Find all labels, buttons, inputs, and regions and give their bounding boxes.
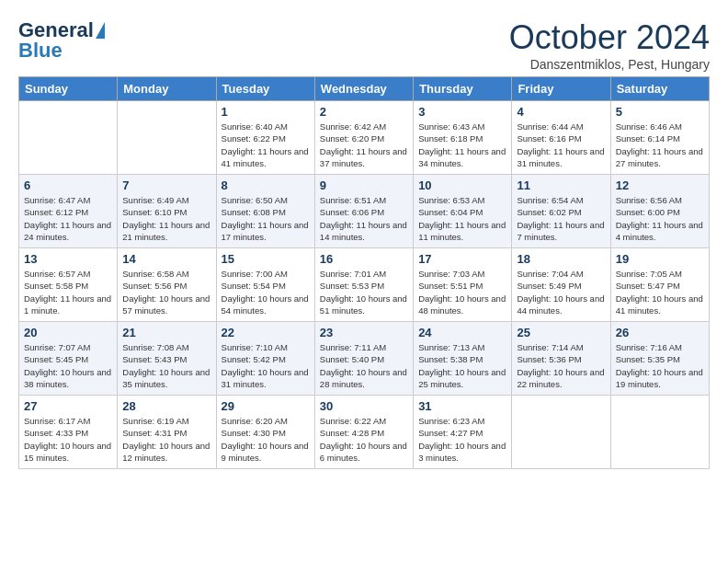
day-info: Sunrise: 6:43 AM Sunset: 6:18 PM Dayligh… bbox=[418, 121, 506, 169]
day-number: 10 bbox=[418, 178, 506, 192]
day-number: 3 bbox=[418, 105, 506, 119]
day-number: 8 bbox=[222, 178, 310, 192]
day-number: 21 bbox=[122, 326, 210, 339]
logo-triangle-icon bbox=[96, 22, 105, 39]
calendar-cell: 25Sunrise: 7:14 AM Sunset: 5:36 PM Dayli… bbox=[512, 322, 610, 396]
day-number: 17 bbox=[418, 252, 506, 266]
day-number: 2 bbox=[320, 105, 408, 119]
col-wednesday: Wednesday bbox=[314, 77, 413, 101]
calendar-cell: 1Sunrise: 6:40 AM Sunset: 6:22 PM Daylig… bbox=[216, 101, 314, 175]
calendar-cell: 22Sunrise: 7:10 AM Sunset: 5:42 PM Dayli… bbox=[216, 322, 314, 396]
day-number: 4 bbox=[517, 105, 605, 119]
calendar-cell: 27Sunrise: 6:17 AM Sunset: 4:33 PM Dayli… bbox=[19, 396, 118, 469]
day-number: 25 bbox=[517, 326, 605, 339]
day-info: Sunrise: 7:05 AM Sunset: 5:47 PM Dayligh… bbox=[616, 268, 704, 316]
day-info: Sunrise: 6:47 AM Sunset: 6:12 PM Dayligh… bbox=[24, 194, 112, 243]
col-thursday: Thursday bbox=[414, 77, 512, 101]
day-number: 7 bbox=[122, 178, 210, 192]
day-info: Sunrise: 7:07 AM Sunset: 5:45 PM Dayligh… bbox=[24, 341, 112, 390]
calendar-cell: 15Sunrise: 7:00 AM Sunset: 5:54 PM Dayli… bbox=[216, 248, 314, 322]
day-info: Sunrise: 7:14 AM Sunset: 5:36 PM Dayligh… bbox=[517, 341, 605, 390]
day-number: 26 bbox=[616, 326, 704, 339]
calendar-cell bbox=[610, 396, 709, 469]
day-info: Sunrise: 6:57 AM Sunset: 5:58 PM Dayligh… bbox=[24, 268, 112, 316]
col-saturday: Saturday bbox=[610, 77, 709, 101]
logo-blue: Blue bbox=[18, 39, 63, 63]
day-number: 14 bbox=[122, 252, 210, 266]
calendar-week-2: 6Sunrise: 6:47 AM Sunset: 6:12 PM Daylig… bbox=[19, 175, 710, 248]
day-info: Sunrise: 7:16 AM Sunset: 5:35 PM Dayligh… bbox=[616, 341, 704, 390]
day-info: Sunrise: 6:58 AM Sunset: 5:56 PM Dayligh… bbox=[122, 268, 210, 316]
col-monday: Monday bbox=[118, 77, 216, 101]
day-number: 23 bbox=[320, 326, 408, 339]
location-subtitle: Danszentmiklos, Pest, Hungary bbox=[509, 57, 710, 72]
day-number: 16 bbox=[320, 252, 408, 266]
calendar-cell bbox=[19, 101, 118, 175]
calendar-cell: 18Sunrise: 7:04 AM Sunset: 5:49 PM Dayli… bbox=[512, 248, 610, 322]
calendar-week-1: 1Sunrise: 6:40 AM Sunset: 6:22 PM Daylig… bbox=[19, 101, 710, 175]
calendar-cell: 28Sunrise: 6:19 AM Sunset: 4:31 PM Dayli… bbox=[118, 396, 216, 469]
calendar-cell: 26Sunrise: 7:16 AM Sunset: 5:35 PM Dayli… bbox=[610, 322, 709, 396]
day-info: Sunrise: 6:54 AM Sunset: 6:02 PM Dayligh… bbox=[517, 194, 605, 243]
calendar-cell: 17Sunrise: 7:03 AM Sunset: 5:51 PM Dayli… bbox=[414, 248, 512, 322]
day-number: 13 bbox=[24, 252, 112, 266]
day-number: 12 bbox=[616, 178, 704, 192]
day-info: Sunrise: 6:44 AM Sunset: 6:16 PM Dayligh… bbox=[517, 121, 605, 169]
day-info: Sunrise: 7:11 AM Sunset: 5:40 PM Dayligh… bbox=[320, 341, 408, 390]
title-block: October 2024 Danszentmiklos, Pest, Hunga… bbox=[509, 18, 710, 72]
calendar-table: Sunday Monday Tuesday Wednesday Thursday… bbox=[18, 76, 710, 469]
calendar-cell: 21Sunrise: 7:08 AM Sunset: 5:43 PM Dayli… bbox=[118, 322, 216, 396]
day-info: Sunrise: 7:00 AM Sunset: 5:54 PM Dayligh… bbox=[222, 268, 310, 316]
day-number: 29 bbox=[222, 399, 310, 413]
calendar-cell: 24Sunrise: 7:13 AM Sunset: 5:38 PM Dayli… bbox=[414, 322, 512, 396]
calendar-cell: 19Sunrise: 7:05 AM Sunset: 5:47 PM Dayli… bbox=[610, 248, 709, 322]
calendar-cell: 3Sunrise: 6:43 AM Sunset: 6:18 PM Daylig… bbox=[414, 101, 512, 175]
day-info: Sunrise: 6:17 AM Sunset: 4:33 PM Dayligh… bbox=[24, 415, 112, 464]
day-info: Sunrise: 6:22 AM Sunset: 4:28 PM Dayligh… bbox=[320, 415, 408, 464]
day-info: Sunrise: 7:08 AM Sunset: 5:43 PM Dayligh… bbox=[122, 341, 210, 390]
day-info: Sunrise: 6:53 AM Sunset: 6:04 PM Dayligh… bbox=[418, 194, 506, 243]
calendar-cell: 20Sunrise: 7:07 AM Sunset: 5:45 PM Dayli… bbox=[19, 322, 118, 396]
day-info: Sunrise: 7:10 AM Sunset: 5:42 PM Dayligh… bbox=[222, 341, 310, 390]
day-number: 1 bbox=[222, 105, 310, 119]
day-number: 31 bbox=[418, 399, 506, 413]
day-number: 5 bbox=[616, 105, 704, 119]
day-number: 27 bbox=[24, 399, 112, 413]
day-info: Sunrise: 6:51 AM Sunset: 6:06 PM Dayligh… bbox=[320, 194, 408, 243]
calendar-cell bbox=[118, 101, 216, 175]
calendar-week-4: 20Sunrise: 7:07 AM Sunset: 5:45 PM Dayli… bbox=[19, 322, 710, 396]
calendar-cell: 2Sunrise: 6:42 AM Sunset: 6:20 PM Daylig… bbox=[314, 101, 413, 175]
calendar-cell: 5Sunrise: 6:46 AM Sunset: 6:14 PM Daylig… bbox=[610, 101, 709, 175]
col-friday: Friday bbox=[512, 77, 610, 101]
col-sunday: Sunday bbox=[19, 77, 118, 101]
day-info: Sunrise: 6:49 AM Sunset: 6:10 PM Dayligh… bbox=[122, 194, 210, 243]
day-number: 15 bbox=[222, 252, 310, 266]
day-info: Sunrise: 6:46 AM Sunset: 6:14 PM Dayligh… bbox=[616, 121, 704, 169]
day-info: Sunrise: 6:50 AM Sunset: 6:08 PM Dayligh… bbox=[222, 194, 310, 243]
calendar-cell: 7Sunrise: 6:49 AM Sunset: 6:10 PM Daylig… bbox=[118, 175, 216, 248]
calendar-cell: 13Sunrise: 6:57 AM Sunset: 5:58 PM Dayli… bbox=[19, 248, 118, 322]
day-number: 6 bbox=[24, 178, 112, 192]
day-info: Sunrise: 6:23 AM Sunset: 4:27 PM Dayligh… bbox=[418, 415, 506, 464]
calendar-cell: 14Sunrise: 6:58 AM Sunset: 5:56 PM Dayli… bbox=[118, 248, 216, 322]
calendar-cell: 6Sunrise: 6:47 AM Sunset: 6:12 PM Daylig… bbox=[19, 175, 118, 248]
calendar-cell: 16Sunrise: 7:01 AM Sunset: 5:53 PM Dayli… bbox=[314, 248, 413, 322]
day-number: 24 bbox=[418, 326, 506, 339]
day-number: 19 bbox=[616, 252, 704, 266]
calendar-cell: 23Sunrise: 7:11 AM Sunset: 5:40 PM Dayli… bbox=[314, 322, 413, 396]
day-number: 11 bbox=[517, 178, 605, 192]
day-number: 28 bbox=[122, 399, 210, 413]
day-number: 22 bbox=[222, 326, 310, 339]
day-number: 20 bbox=[24, 326, 112, 339]
day-number: 9 bbox=[320, 178, 408, 192]
day-info: Sunrise: 7:13 AM Sunset: 5:38 PM Dayligh… bbox=[418, 341, 506, 390]
calendar-week-3: 13Sunrise: 6:57 AM Sunset: 5:58 PM Dayli… bbox=[19, 248, 710, 322]
day-info: Sunrise: 6:42 AM Sunset: 6:20 PM Dayligh… bbox=[320, 121, 408, 169]
logo: General Blue bbox=[18, 18, 105, 63]
calendar-header-row: Sunday Monday Tuesday Wednesday Thursday… bbox=[19, 77, 710, 101]
calendar-cell: 9Sunrise: 6:51 AM Sunset: 6:06 PM Daylig… bbox=[314, 175, 413, 248]
calendar-cell: 10Sunrise: 6:53 AM Sunset: 6:04 PM Dayli… bbox=[414, 175, 512, 248]
calendar-cell: 11Sunrise: 6:54 AM Sunset: 6:02 PM Dayli… bbox=[512, 175, 610, 248]
day-info: Sunrise: 6:40 AM Sunset: 6:22 PM Dayligh… bbox=[222, 121, 310, 169]
day-info: Sunrise: 7:01 AM Sunset: 5:53 PM Dayligh… bbox=[320, 268, 408, 316]
